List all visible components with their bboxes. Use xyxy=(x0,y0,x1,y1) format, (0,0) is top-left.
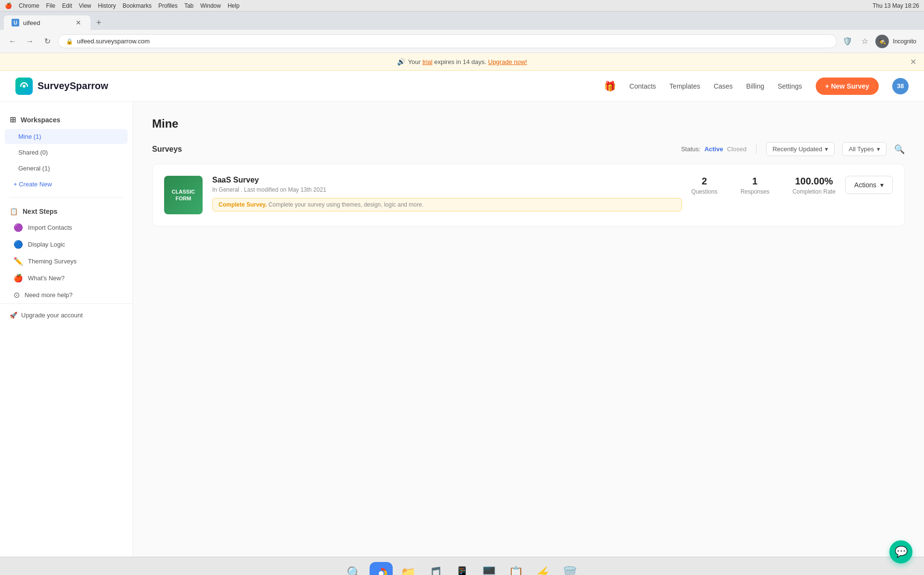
window-menu[interactable]: Window xyxy=(200,2,221,9)
lock-icon: 🔒 xyxy=(66,38,73,45)
badge-line1: CLASSIC xyxy=(172,188,195,195)
responses-stat: 1 Responses xyxy=(741,176,770,196)
clipboard-icon: 📋 xyxy=(10,208,18,215)
dock-chrome[interactable] xyxy=(370,562,393,575)
apple-menu-icon[interactable]: 🍎 xyxy=(5,2,12,9)
history-menu[interactable]: History xyxy=(98,2,116,9)
recently-updated-dropdown[interactable]: Recently Updated ▾ xyxy=(766,142,834,156)
star-icon[interactable]: ☆ xyxy=(858,35,872,48)
surveys-label: Surveys xyxy=(152,145,182,154)
bookmarks-menu[interactable]: Bookmarks xyxy=(123,2,152,9)
chat-icon: 💬 xyxy=(895,546,908,558)
new-survey-button[interactable]: + New Survey xyxy=(816,78,879,95)
status-filter: Status: Active Closed xyxy=(681,145,746,153)
chrome-actions: 🛡️ ☆ 🕵️ Incognito xyxy=(841,35,918,48)
theming-surveys-item[interactable]: ✏️ Theming Surveys xyxy=(0,253,132,270)
import-contacts-label: Import Contacts xyxy=(28,224,72,231)
incognito-icon: 🕵️ xyxy=(879,38,886,45)
dock-messages[interactable]: 📱 xyxy=(450,562,474,575)
import-contacts-item[interactable]: 🟣 Import Contacts xyxy=(0,219,132,236)
extension-icon[interactable]: 🛡️ xyxy=(841,35,854,48)
incognito-label: Incognito xyxy=(893,38,916,45)
theming-label: Theming Surveys xyxy=(28,258,77,265)
dock-display[interactable]: 🖥️ xyxy=(477,562,500,575)
logo-text: SurveySparrow xyxy=(38,80,108,91)
chrome-menu[interactable]: Chrome xyxy=(19,2,39,9)
dock-music[interactable]: 🎵 xyxy=(424,562,447,575)
display-logic-label: Display Logic xyxy=(28,241,65,248)
upgrade-account-link[interactable]: 🚀 Upgrade your account xyxy=(10,312,123,319)
banner-text: Your trial expires in 14 days. Upgrade n… xyxy=(408,58,527,65)
status-closed[interactable]: Closed xyxy=(727,145,746,153)
sidebar-divider xyxy=(10,197,123,198)
banner-close-button[interactable]: ✕ xyxy=(910,57,916,66)
sidebar-bottom: 🚀 Upgrade your account xyxy=(0,303,132,327)
create-new-button[interactable]: + Create New xyxy=(0,177,132,192)
dock-notes[interactable]: 📋 xyxy=(504,562,527,575)
tab-title: uifeed xyxy=(23,19,40,26)
workspaces-section[interactable]: ⊞ Workspaces xyxy=(0,111,132,128)
tab-close-button[interactable]: ✕ xyxy=(74,18,83,27)
forward-button[interactable]: → xyxy=(23,35,37,48)
user-badge[interactable]: 38 xyxy=(892,78,909,94)
sidebar-item-mine[interactable]: Mine (1) xyxy=(5,129,128,144)
trial-banner: 🔊 Your trial expires in 14 days. Upgrade… xyxy=(0,53,924,71)
sidebar-item-general[interactable]: General (1) xyxy=(5,161,128,176)
status-active[interactable]: Active xyxy=(705,145,723,153)
settings-link[interactable]: Settings xyxy=(778,82,802,90)
edit-menu[interactable]: Edit xyxy=(62,2,72,9)
top-nav: SurveySparrow 🎁 Contacts Templates Cases… xyxy=(0,71,924,102)
mac-dock: 🔍 📁 🎵 📱 🖥️ 📋 ⚡ 🗑️ xyxy=(0,557,924,575)
need-help-item[interactable]: ⊙ Need more help? xyxy=(0,287,132,303)
display-logic-item[interactable]: 🔵 Display Logic xyxy=(0,236,132,253)
completion-label: Completion Rate xyxy=(793,188,835,195)
search-button[interactable]: 🔍 xyxy=(894,144,905,155)
trial-link[interactable]: trial xyxy=(423,58,433,65)
survey-name[interactable]: SaaS Survey xyxy=(212,176,682,184)
chat-bubble[interactable]: 💬 xyxy=(889,540,912,563)
upgrade-now-link[interactable]: Upgrade now! xyxy=(488,58,527,65)
actions-chevron-icon: ▾ xyxy=(880,181,884,189)
help-icon: ⊙ xyxy=(13,290,20,300)
profiles-menu[interactable]: Profiles xyxy=(158,2,178,9)
trial-icon: 🔊 xyxy=(397,58,405,65)
dock-finder[interactable]: 🔍 xyxy=(343,562,366,575)
file-menu[interactable]: File xyxy=(46,2,55,9)
questions-value: 2 xyxy=(692,176,718,187)
logo-icon xyxy=(15,78,33,95)
contacts-link[interactable]: Contacts xyxy=(629,82,656,90)
incognito-avatar[interactable]: 🕵️ xyxy=(875,35,889,48)
address-bar[interactable]: 🔒 uifeed.surveysparrow.com xyxy=(58,34,837,48)
cases-link[interactable]: Cases xyxy=(714,82,733,90)
reload-button[interactable]: ↻ xyxy=(40,35,54,48)
create-new-label: + Create New xyxy=(13,181,52,188)
main-content: ⊞ Workspaces Mine (1) Shared (0) General… xyxy=(0,102,924,557)
view-menu[interactable]: View xyxy=(79,2,91,9)
dock-lightning[interactable]: ⚡ xyxy=(531,562,554,575)
recently-updated-label: Recently Updated xyxy=(772,145,822,153)
actions-button[interactable]: Actions ▾ xyxy=(845,176,893,194)
billing-link[interactable]: Billing xyxy=(746,82,764,90)
all-types-dropdown[interactable]: All Types ▾ xyxy=(842,142,886,156)
workspaces-icon: ⊞ xyxy=(10,115,16,124)
active-tab[interactable]: U uifeed ✕ xyxy=(4,15,90,30)
new-tab-button[interactable]: + xyxy=(92,16,105,30)
dock-trash[interactable]: 🗑️ xyxy=(558,562,581,575)
logo[interactable]: SurveySparrow xyxy=(15,78,108,95)
tab-menu[interactable]: Tab xyxy=(184,2,193,9)
responses-label: Responses xyxy=(741,188,770,195)
templates-link[interactable]: Templates xyxy=(669,82,700,90)
next-steps-section: 📋 Next Steps xyxy=(0,204,132,219)
chrome-tabbar: U uifeed ✕ + xyxy=(0,12,924,30)
need-help-label: Need more help? xyxy=(25,291,73,299)
questions-stat: 2 Questions xyxy=(692,176,718,196)
mac-time: Thu 13 May 18:26 xyxy=(873,2,919,9)
sidebar-item-shared[interactable]: Shared (0) xyxy=(5,145,128,160)
back-button[interactable]: ← xyxy=(6,35,19,48)
help-menu[interactable]: Help xyxy=(228,2,240,9)
whats-new-item[interactable]: 🍎 What's New? xyxy=(0,270,132,287)
dock-files[interactable]: 📁 xyxy=(397,562,420,575)
status-label: Status: xyxy=(681,145,700,153)
gift-icon[interactable]: 🎁 xyxy=(604,80,616,92)
warning-bold: Complete Survey. xyxy=(218,201,267,208)
